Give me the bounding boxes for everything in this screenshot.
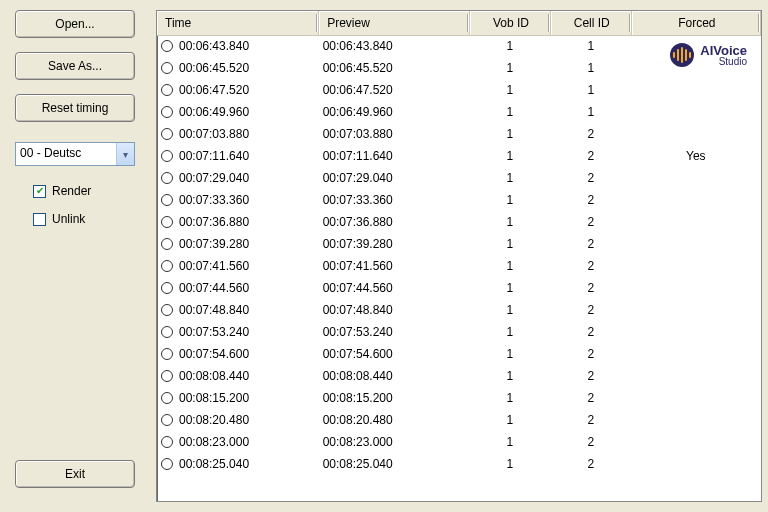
radio-icon[interactable] (161, 260, 173, 272)
cell-preview: 00:07:53.240 (319, 321, 470, 343)
table-row[interactable]: 00:08:20.48000:08:20.48012 (157, 409, 761, 431)
cell-vob: 1 (470, 233, 551, 255)
cell-preview: 00:06:43.840 (319, 35, 470, 57)
language-select[interactable]: 00 - Deutsc ▾ (15, 142, 135, 166)
table-row[interactable]: 00:06:43.84000:06:43.84011 (157, 35, 761, 57)
table-row[interactable]: 00:07:11.64000:07:11.64012Yes (157, 145, 761, 167)
cell-forced (631, 167, 760, 189)
cell-cell: 2 (550, 431, 631, 453)
col-preview[interactable]: Preview (319, 11, 470, 35)
cell-preview: 00:07:33.360 (319, 189, 470, 211)
table-row[interactable]: 00:07:29.04000:07:29.04012 (157, 167, 761, 189)
radio-icon[interactable] (161, 40, 173, 52)
table-row[interactable]: 00:07:33.36000:07:33.36012 (157, 189, 761, 211)
radio-icon[interactable] (161, 370, 173, 382)
exit-button[interactable]: Exit (15, 460, 135, 488)
radio-icon[interactable] (161, 392, 173, 404)
unlink-label: Unlink (52, 212, 85, 226)
cell-preview: 00:08:25.040 (319, 453, 470, 475)
render-checkbox-row[interactable]: ✔ Render (15, 184, 135, 198)
table-row[interactable]: 00:08:25.04000:08:25.04012 (157, 453, 761, 475)
cell-forced (631, 255, 760, 277)
subtitle-table[interactable]: Time Preview Vob ID Cell ID Forced 00:06… (156, 10, 762, 502)
radio-icon[interactable] (161, 216, 173, 228)
cell-time: 00:08:23.000 (157, 431, 319, 453)
cell-cell: 2 (550, 145, 631, 167)
radio-icon[interactable] (161, 348, 173, 360)
cell-forced (631, 299, 760, 321)
language-select-value: 00 - Deutsc (16, 143, 116, 165)
radio-icon[interactable] (161, 326, 173, 338)
table-row[interactable]: 00:07:48.84000:07:48.84012 (157, 299, 761, 321)
radio-icon[interactable] (161, 414, 173, 426)
radio-icon[interactable] (161, 194, 173, 206)
radio-icon[interactable] (161, 150, 173, 162)
table-row[interactable]: 00:07:41.56000:07:41.56012 (157, 255, 761, 277)
table-row[interactable]: 00:08:15.20000:08:15.20012 (157, 387, 761, 409)
col-vob[interactable]: Vob ID (470, 11, 551, 35)
cell-preview: 00:07:54.600 (319, 343, 470, 365)
reset-timing-button[interactable]: Reset timing (15, 94, 135, 122)
cell-cell: 2 (550, 211, 631, 233)
cell-forced (631, 431, 760, 453)
table-row[interactable]: 00:07:03.88000:07:03.88012 (157, 123, 761, 145)
chevron-down-icon[interactable]: ▾ (116, 143, 134, 165)
cell-cell: 2 (550, 233, 631, 255)
unlink-checkbox-row[interactable]: Unlink (15, 212, 135, 226)
table-row[interactable]: 00:08:23.00000:08:23.00012 (157, 431, 761, 453)
cell-time: 00:06:47.520 (157, 79, 319, 101)
table-row[interactable]: 00:07:39.28000:07:39.28012 (157, 233, 761, 255)
radio-icon[interactable] (161, 106, 173, 118)
cell-time: 00:07:48.840 (157, 299, 319, 321)
table-row[interactable]: 00:06:47.52000:06:47.52011 (157, 79, 761, 101)
radio-icon[interactable] (161, 436, 173, 448)
cell-time: 00:07:39.280 (157, 233, 319, 255)
cell-vob: 1 (470, 409, 551, 431)
table-row[interactable]: 00:06:45.52000:06:45.52011 (157, 57, 761, 79)
render-checkbox[interactable]: ✔ (33, 185, 46, 198)
cell-cell: 2 (550, 123, 631, 145)
table-row[interactable]: 00:07:53.24000:07:53.24012 (157, 321, 761, 343)
cell-preview: 00:07:36.880 (319, 211, 470, 233)
save-as-button[interactable]: Save As... (15, 52, 135, 80)
cell-time: 00:08:08.440 (157, 365, 319, 387)
radio-icon[interactable] (161, 62, 173, 74)
table-row[interactable]: 00:07:36.88000:07:36.88012 (157, 211, 761, 233)
cell-preview: 00:06:45.520 (319, 57, 470, 79)
cell-time: 00:07:03.880 (157, 123, 319, 145)
cell-cell: 1 (550, 57, 631, 79)
cell-vob: 1 (470, 79, 551, 101)
cell-forced (631, 189, 760, 211)
radio-icon[interactable] (161, 128, 173, 140)
table-row[interactable]: 00:07:44.56000:07:44.56012 (157, 277, 761, 299)
cell-vob: 1 (470, 57, 551, 79)
table-row[interactable]: 00:06:49.96000:06:49.96011 (157, 101, 761, 123)
cell-time: 00:08:15.200 (157, 387, 319, 409)
radio-icon[interactable] (161, 238, 173, 250)
cell-time: 00:07:29.040 (157, 167, 319, 189)
radio-icon[interactable] (161, 282, 173, 294)
col-cell[interactable]: Cell ID (550, 11, 631, 35)
radio-icon[interactable] (161, 458, 173, 470)
unlink-checkbox[interactable] (33, 213, 46, 226)
col-forced[interactable]: Forced (631, 11, 760, 35)
open-button[interactable]: Open... (15, 10, 135, 38)
cell-cell: 2 (550, 387, 631, 409)
radio-icon[interactable] (161, 304, 173, 316)
cell-forced (631, 365, 760, 387)
radio-icon[interactable] (161, 172, 173, 184)
cell-preview: 00:07:44.560 (319, 277, 470, 299)
cell-forced (631, 387, 760, 409)
cell-vob: 1 (470, 277, 551, 299)
cell-vob: 1 (470, 35, 551, 57)
cell-time: 00:07:11.640 (157, 145, 319, 167)
col-time[interactable]: Time (157, 11, 319, 35)
radio-icon[interactable] (161, 84, 173, 96)
cell-preview: 00:08:23.000 (319, 431, 470, 453)
table-row[interactable]: 00:07:54.60000:07:54.60012 (157, 343, 761, 365)
cell-forced (631, 101, 760, 123)
cell-cell: 2 (550, 343, 631, 365)
cell-time: 00:08:25.040 (157, 453, 319, 475)
table-row[interactable]: 00:08:08.44000:08:08.44012 (157, 365, 761, 387)
cell-vob: 1 (470, 453, 551, 475)
